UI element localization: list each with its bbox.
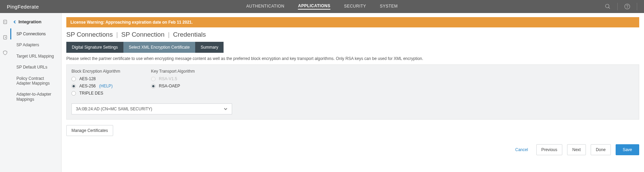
radio-rsa-oaep[interactable]: RSA-OAEP (151, 84, 195, 88)
sidebar: Integration SP ConnectionsSP AdaptersTar… (10, 13, 62, 172)
done-button[interactable]: Done (591, 144, 611, 155)
sidebar-collapse[interactable]: Integration (10, 18, 61, 28)
search-icon[interactable] (603, 2, 613, 11)
help-icon[interactable] (622, 2, 632, 11)
sidebar-item-adapter-to-adapter-mappings[interactable]: Adapter-to-Adapter Mappings (10, 89, 61, 105)
topnav-security[interactable]: SECURITY (344, 4, 366, 9)
page-body: Integration SP ConnectionsSP AdaptersTar… (0, 13, 644, 172)
encryption-panel: Block Encryption Algorithm AES-128AES-25… (66, 64, 639, 120)
svg-rect-4 (3, 20, 6, 24)
main-content: License Warning: Approaching expiration … (62, 13, 644, 172)
crumb-sp-connection[interactable]: SP Connection (121, 31, 164, 38)
radio-label: AES-128 (79, 76, 96, 81)
divider (617, 3, 618, 10)
product-brand: PingFederate (7, 4, 39, 10)
block-algo-group: Block Encryption Algorithm AES-128AES-25… (71, 69, 120, 98)
radio-icon (71, 77, 76, 81)
outbound-icon[interactable] (2, 35, 8, 41)
block-algo-title: Block Encryption Algorithm (71, 69, 120, 74)
radio-aes-256[interactable]: AES-256 (HELP) (71, 84, 120, 88)
radio-label: AES-256 (79, 84, 96, 88)
crumb-sp-connections[interactable]: SP Connections (66, 31, 113, 38)
sidebar-item-sp-connections[interactable]: SP Connections (10, 28, 61, 39)
certificate-select-value: 3A:0B:24:AD (CN=MC SAML SECURITY) (76, 107, 152, 111)
cancel-button[interactable]: Cancel (515, 147, 528, 152)
license-warning: License Warning: Approaching expiration … (66, 17, 639, 27)
topbar-right (603, 2, 637, 11)
manage-certificates-button[interactable]: Manage Certificates (66, 125, 113, 136)
next-button[interactable]: Next (567, 144, 586, 155)
breadcrumb: SP Connections | SP Connection | Credent… (66, 31, 639, 38)
shield-icon[interactable] (2, 50, 8, 57)
radio-icon (151, 84, 156, 88)
svg-point-0 (605, 4, 609, 8)
previous-button[interactable]: Previous (536, 144, 563, 155)
topbar: PingFederate AUTHENTICATIONAPPLICATIONSS… (0, 0, 644, 13)
topnav-applications[interactable]: APPLICATIONS (298, 3, 330, 10)
topnav-authentication[interactable]: AUTHENTICATION (246, 4, 284, 9)
radio-label: RSA-V1.5 (159, 76, 177, 81)
radio-icon (71, 84, 76, 88)
sidebar-item-sp-adapters[interactable]: SP Adapters (10, 39, 61, 50)
radio-label: RSA-OAEP (159, 84, 180, 88)
tab-summary[interactable]: Summary (195, 42, 224, 53)
left-icon-bar (0, 13, 10, 172)
sidebar-item-sp-default-urls[interactable]: SP Default URLs (10, 62, 61, 73)
inbound-icon[interactable] (2, 19, 8, 26)
radio-rsa-v1-5: RSA-V1.5 (151, 76, 195, 81)
divider (637, 3, 637, 10)
wizard-footer: Cancel Previous Next Done Save (66, 144, 639, 155)
svg-point-3 (627, 8, 628, 8)
step-tabs: Digital Signature SettingsSelect XML Enc… (66, 42, 639, 53)
transport-algo-group: Key Transport Algorithm RSA-V1.5RSA-OAEP (151, 69, 195, 98)
sidebar-item-target-url-mapping[interactable]: Target URL Mapping (10, 51, 61, 62)
crumb-credentials: Credentials (173, 31, 206, 38)
chevron-down-icon (224, 107, 228, 111)
help-link[interactable]: (HELP) (99, 84, 112, 88)
chevron-left-icon (13, 20, 16, 24)
radio-icon (151, 77, 156, 81)
radio-aes-128[interactable]: AES-128 (71, 76, 120, 81)
save-button[interactable]: Save (616, 144, 639, 155)
tab-select-xml-encryption-certificate[interactable]: Select XML Encryption Certificate (123, 42, 195, 53)
certificate-select[interactable]: 3A:0B:24:AD (CN=MC SAML SECURITY) (71, 103, 232, 114)
top-nav: AUTHENTICATIONAPPLICATIONSSECURITYSYSTEM (246, 0, 398, 13)
radio-label: TRIPLE DES (79, 91, 103, 96)
transport-algo-title: Key Transport Algorithm (151, 69, 195, 74)
tab-digital-signature-settings[interactable]: Digital Signature Settings (66, 42, 123, 53)
topnav-system[interactable]: SYSTEM (380, 4, 398, 9)
svg-line-1 (608, 7, 610, 9)
page-description: Please select the partner certificate to… (66, 56, 639, 61)
sidebar-item-policy-contract-adapter-mappings[interactable]: Policy Contract Adapter Mappings (10, 73, 61, 89)
radio-triple-des[interactable]: TRIPLE DES (71, 91, 120, 96)
sidebar-title: Integration (18, 19, 41, 24)
radio-icon (71, 91, 76, 96)
svg-rect-5 (3, 36, 6, 39)
